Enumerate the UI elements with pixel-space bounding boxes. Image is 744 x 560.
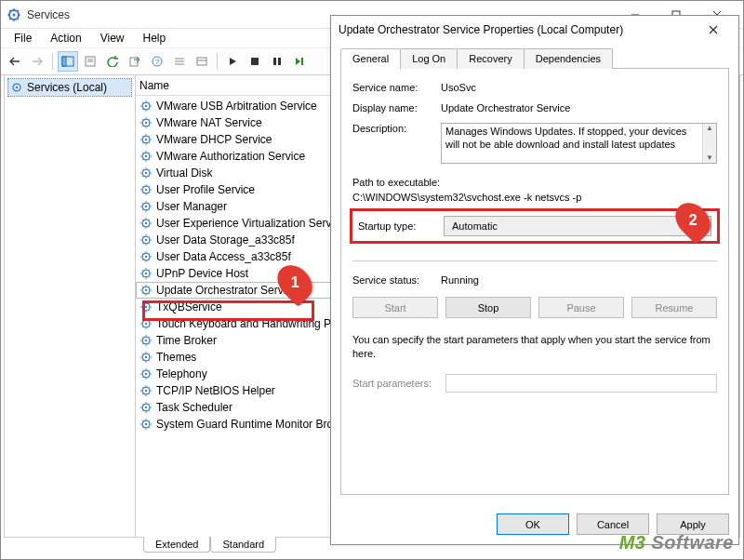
service-name-text: User Manager (156, 200, 227, 213)
description-box[interactable]: Manages Windows Updates. If stopped, you… (441, 123, 717, 164)
service-name-text: Themes (156, 351, 196, 364)
annotation-highlight-2: Startup type: Automatic (350, 208, 720, 244)
pause-button: Pause (538, 297, 624, 318)
menu-file[interactable]: File (5, 30, 41, 47)
service-name-text: TCP/IP NetBIOS Helper (156, 384, 275, 397)
back-button[interactable] (5, 51, 25, 72)
stop-button[interactable]: Stop (445, 297, 531, 318)
service-name-text: Time Broker (156, 334, 217, 347)
list-view-button[interactable] (169, 51, 190, 72)
service-name-text: VMware NAT Service (156, 116, 262, 129)
svg-rect-20 (273, 58, 276, 65)
refresh-button[interactable] (102, 51, 123, 72)
svg-point-24 (16, 87, 18, 88)
value-path-exec: C:\WINDOWS\system32\svchost.exe -k netsv… (352, 192, 717, 203)
select-startup-type[interactable]: Automatic (444, 216, 711, 236)
menu-view[interactable]: View (91, 30, 134, 47)
svg-text:?: ? (155, 58, 160, 66)
svg-point-60 (145, 390, 147, 392)
tree-root-label: Services (Local) (27, 81, 107, 94)
pause-service-button[interactable] (267, 51, 287, 72)
detail-view-button[interactable] (192, 51, 212, 72)
console-tree[interactable]: Services (Local) (4, 75, 136, 537)
service-name-text: Task Scheduler (156, 401, 232, 414)
menu-help[interactable]: Help (134, 30, 176, 47)
dialog-titlebar: Update Orchestrator Service Properties (… (331, 16, 738, 44)
svg-point-52 (145, 323, 147, 325)
start-service-button[interactable] (222, 51, 243, 72)
description-scrollbar[interactable]: ▲▼ (702, 124, 716, 163)
label-description: Description: (352, 123, 441, 134)
svg-point-26 (145, 105, 147, 107)
svg-point-36 (145, 189, 147, 191)
label-display-name: Display name: (352, 102, 441, 113)
svg-point-34 (145, 172, 147, 174)
tab-logon[interactable]: Log On (400, 48, 458, 69)
service-name-text: System Guard Runtime Monitor Broker (156, 418, 349, 431)
explain-text: You can specify the start parameters tha… (352, 333, 717, 361)
value-service-status: Running (441, 274, 717, 286)
tab-extended[interactable]: Extended (143, 537, 210, 553)
export-button[interactable] (125, 51, 145, 72)
tab-standard[interactable]: Standard (210, 537, 276, 553)
stop-service-button[interactable] (245, 51, 265, 72)
svg-point-64 (145, 423, 147, 425)
svg-point-30 (145, 139, 147, 140)
label-startup-type: Startup type: (358, 220, 444, 232)
label-path-exec: Path to executable: (352, 177, 717, 188)
menu-action[interactable]: Action (41, 30, 90, 47)
service-name-text: User Profile Service (156, 183, 255, 196)
service-name-text: VMware DHCP Service (156, 133, 272, 146)
resume-button: Resume (631, 297, 717, 318)
label-service-status: Service status: (352, 274, 441, 286)
watermark: M3 Software (619, 532, 734, 553)
svg-rect-17 (197, 58, 206, 65)
svg-point-38 (145, 206, 147, 207)
service-name-text: Virtual Disk (156, 167, 212, 180)
label-start-parameters: Start parameters: (352, 378, 445, 389)
restart-service-button[interactable] (289, 51, 310, 72)
service-name-text: User Data Storage_a33c85f (156, 233, 295, 247)
forward-button[interactable] (27, 51, 47, 72)
svg-rect-21 (278, 58, 281, 65)
svg-point-44 (145, 256, 147, 258)
service-name-text: Telephony (156, 367, 207, 380)
value-display-name: Update Orchestrator Service (441, 102, 717, 113)
properties-button[interactable] (80, 51, 100, 72)
service-name-text: User Experience Virtualization Service (156, 217, 346, 230)
svg-point-54 (145, 340, 147, 341)
svg-point-1 (13, 13, 16, 16)
tab-recovery[interactable]: Recovery (457, 48, 524, 69)
svg-point-50 (145, 306, 147, 308)
svg-point-42 (145, 239, 147, 241)
value-description: Manages Windows Updates. If stopped, you… (445, 126, 686, 150)
service-name-text: VMware Authorization Service (156, 150, 305, 163)
service-name-text: UPnP Device Host (156, 267, 248, 280)
properties-dialog: Update Orchestrator Service Properties (… (330, 15, 739, 545)
svg-rect-22 (301, 58, 303, 65)
ok-button[interactable]: OK (497, 513, 569, 535)
service-name-text: Update Orchestrator Service (156, 284, 298, 297)
value-service-name: UsoSvc (441, 82, 717, 93)
service-name-text: User Data Access_a33c85f (156, 250, 291, 263)
dialog-title: Update Orchestrator Service Properties (… (339, 23, 696, 36)
input-start-parameters (445, 374, 717, 393)
svg-point-56 (145, 356, 147, 358)
svg-point-46 (145, 273, 147, 274)
svg-point-32 (145, 155, 147, 157)
tab-general[interactable]: General (340, 48, 401, 69)
start-button: Start (352, 297, 438, 318)
services-icon (7, 7, 21, 22)
service-name-text: VMware USB Arbitration Service (156, 100, 317, 113)
svg-rect-19 (251, 58, 259, 65)
service-name-text: TxQBService (156, 300, 222, 313)
tab-dependencies[interactable]: Dependencies (524, 48, 613, 69)
dialog-close-button[interactable] (696, 22, 731, 37)
svg-rect-7 (62, 57, 66, 66)
separator (352, 260, 717, 261)
help-button[interactable]: ? (147, 51, 167, 72)
svg-point-28 (145, 122, 147, 124)
label-service-name: Service name: (352, 82, 441, 93)
show-hide-tree-button[interactable] (58, 51, 78, 72)
tree-root-item[interactable]: Services (Local) (7, 78, 132, 97)
